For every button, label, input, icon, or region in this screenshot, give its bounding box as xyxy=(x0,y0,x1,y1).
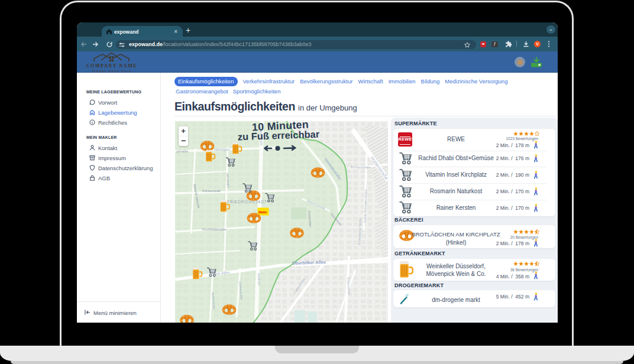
svg-text:Herzogstr.: Herzogstr. xyxy=(214,148,231,151)
svg-text:gstraße: gstraße xyxy=(176,150,189,153)
svg-text:Fürstenwall: Fürstenwall xyxy=(202,189,221,193)
svg-text:Corneliusstraße: Corneliusstraße xyxy=(259,124,263,145)
svg-text:Netto: Netto xyxy=(258,210,267,213)
svg-text:iusstraße: iusstraße xyxy=(257,273,261,285)
svg-text:Kirchfeldstraße: Kirchfeldstraße xyxy=(202,228,227,231)
svg-text:FRIEDRICHSTADT: FRIEDRICHSTADT xyxy=(227,200,267,204)
svg-text:Bunsenstraße: Bunsenstraße xyxy=(351,165,371,169)
